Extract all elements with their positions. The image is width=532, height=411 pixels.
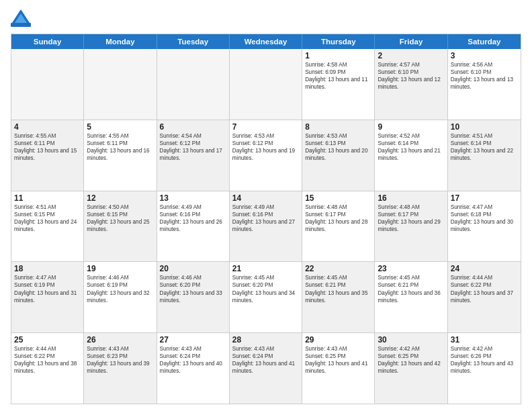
cell-info: Sunrise: 4:51 AM Sunset: 6:14 PM Dayligh… [451,132,518,162]
cell-info: Sunrise: 4:49 AM Sunset: 6:16 PM Dayligh… [232,203,299,233]
cell-info: Sunrise: 4:44 AM Sunset: 6:22 PM Dayligh… [451,274,518,304]
header-day-wednesday: Wednesday [230,34,302,49]
day-number: 24 [451,264,518,273]
calendar-cell-17: 17Sunrise: 4:47 AM Sunset: 6:18 PM Dayli… [448,191,521,262]
calendar-cell-16: 16Sunrise: 4:48 AM Sunset: 6:17 PM Dayli… [375,191,447,262]
header-day-monday: Monday [84,34,157,49]
cell-info: Sunrise: 4:43 AM Sunset: 6:24 PM Dayligh… [160,345,226,375]
cell-info: Sunrise: 4:48 AM Sunset: 6:17 PM Dayligh… [378,203,444,233]
calendar-row-2: 4Sunrise: 4:55 AM Sunset: 6:11 PM Daylig… [11,120,521,191]
cell-info: Sunrise: 4:45 AM Sunset: 6:20 PM Dayligh… [232,274,299,304]
calendar-cell-empty-0-0 [11,49,84,120]
cell-info: Sunrise: 4:43 AM Sunset: 6:25 PM Dayligh… [305,345,371,375]
header-day-friday: Friday [375,34,447,49]
cell-info: Sunrise: 4:47 AM Sunset: 6:18 PM Dayligh… [451,203,518,233]
calendar-cell-empty-0-2 [157,49,230,120]
day-number: 30 [378,335,444,345]
day-number: 27 [160,335,226,345]
calendar-cell-26: 26Sunrise: 4:43 AM Sunset: 6:23 PM Dayli… [84,333,157,404]
header-day-thursday: Thursday [302,34,375,49]
calendar-header: SundayMondayTuesdayWednesdayThursdayFrid… [11,34,521,49]
calendar-cell-4: 4Sunrise: 4:55 AM Sunset: 6:11 PM Daylig… [11,120,84,191]
day-number: 9 [378,122,444,132]
day-number: 23 [378,264,444,273]
calendar-cell-9: 9Sunrise: 4:52 AM Sunset: 6:14 PM Daylig… [375,120,447,191]
cell-info: Sunrise: 4:54 AM Sunset: 6:12 PM Dayligh… [160,132,226,162]
calendar-row-5: 25Sunrise: 4:44 AM Sunset: 6:22 PM Dayli… [11,332,521,404]
header [11,8,521,28]
day-number: 4 [14,122,81,132]
day-number: 18 [14,264,81,273]
cell-info: Sunrise: 4:47 AM Sunset: 6:19 PM Dayligh… [14,274,81,304]
day-number: 19 [87,264,153,273]
cell-info: Sunrise: 4:49 AM Sunset: 6:16 PM Dayligh… [160,203,226,233]
calendar-cell-23: 23Sunrise: 4:45 AM Sunset: 6:21 PM Dayli… [375,262,447,332]
logo-icon [11,8,31,28]
cell-info: Sunrise: 4:45 AM Sunset: 6:21 PM Dayligh… [305,274,371,304]
day-number: 16 [378,193,444,203]
day-number: 31 [451,335,518,345]
day-number: 12 [87,193,153,203]
calendar-cell-31: 31Sunrise: 4:42 AM Sunset: 6:26 PM Dayli… [448,333,521,404]
calendar-body: 1Sunrise: 4:58 AM Sunset: 6:09 PM Daylig… [11,49,521,404]
calendar-row-1: 1Sunrise: 4:58 AM Sunset: 6:09 PM Daylig… [11,49,521,120]
day-number: 10 [451,122,518,132]
day-number: 29 [305,335,371,345]
calendar-cell-30: 30Sunrise: 4:42 AM Sunset: 6:25 PM Dayli… [375,333,447,404]
day-number: 21 [232,264,299,273]
day-number: 14 [232,193,299,203]
day-number: 20 [160,264,226,273]
cell-info: Sunrise: 4:57 AM Sunset: 6:10 PM Dayligh… [378,61,444,91]
cell-info: Sunrise: 4:42 AM Sunset: 6:26 PM Dayligh… [451,345,518,375]
calendar-cell-19: 19Sunrise: 4:46 AM Sunset: 6:19 PM Dayli… [84,262,157,332]
day-number: 2 [378,51,444,60]
calendar-cell-8: 8Sunrise: 4:53 AM Sunset: 6:13 PM Daylig… [302,120,375,191]
day-number: 25 [14,335,81,345]
day-number: 3 [451,51,518,60]
calendar-cell-13: 13Sunrise: 4:49 AM Sunset: 6:16 PM Dayli… [157,191,230,262]
cell-info: Sunrise: 4:46 AM Sunset: 6:19 PM Dayligh… [87,274,153,304]
calendar-cell-3: 3Sunrise: 4:56 AM Sunset: 6:10 PM Daylig… [448,49,521,120]
cell-info: Sunrise: 4:42 AM Sunset: 6:25 PM Dayligh… [378,345,444,375]
cell-info: Sunrise: 4:51 AM Sunset: 6:15 PM Dayligh… [14,203,81,233]
cell-info: Sunrise: 4:50 AM Sunset: 6:15 PM Dayligh… [87,203,153,233]
calendar-cell-27: 27Sunrise: 4:43 AM Sunset: 6:24 PM Dayli… [157,333,230,404]
day-number: 7 [232,122,299,132]
header-day-saturday: Saturday [448,34,521,49]
calendar-cell-28: 28Sunrise: 4:43 AM Sunset: 6:24 PM Dayli… [230,333,302,404]
day-number: 17 [451,193,518,203]
day-number: 26 [87,335,153,345]
calendar-cell-1: 1Sunrise: 4:58 AM Sunset: 6:09 PM Daylig… [302,49,375,120]
calendar-cell-14: 14Sunrise: 4:49 AM Sunset: 6:16 PM Dayli… [230,191,302,262]
cell-info: Sunrise: 4:45 AM Sunset: 6:21 PM Dayligh… [378,274,444,304]
calendar-cell-22: 22Sunrise: 4:45 AM Sunset: 6:21 PM Dayli… [302,262,375,332]
calendar-cell-24: 24Sunrise: 4:44 AM Sunset: 6:22 PM Dayli… [448,262,521,332]
day-number: 8 [305,122,371,132]
page: SundayMondayTuesdayWednesdayThursdayFrid… [0,0,532,411]
calendar-cell-11: 11Sunrise: 4:51 AM Sunset: 6:15 PM Dayli… [11,191,84,262]
calendar-row-3: 11Sunrise: 4:51 AM Sunset: 6:15 PM Dayli… [11,191,521,262]
calendar-cell-empty-0-3 [230,49,302,120]
calendar-cell-21: 21Sunrise: 4:45 AM Sunset: 6:20 PM Dayli… [230,262,302,332]
calendar-row-4: 18Sunrise: 4:47 AM Sunset: 6:19 PM Dayli… [11,261,521,332]
header-day-tuesday: Tuesday [157,34,230,49]
header-day-sunday: Sunday [11,34,84,49]
day-number: 6 [160,122,226,132]
calendar-cell-2: 2Sunrise: 4:57 AM Sunset: 6:10 PM Daylig… [375,49,447,120]
day-number: 5 [87,122,153,132]
calendar-cell-25: 25Sunrise: 4:44 AM Sunset: 6:22 PM Dayli… [11,333,84,404]
day-number: 22 [305,264,371,273]
day-number: 15 [305,193,371,203]
day-number: 1 [305,51,371,60]
svg-rect-2 [11,23,31,27]
cell-info: Sunrise: 4:55 AM Sunset: 6:11 PM Dayligh… [14,132,81,162]
cell-info: Sunrise: 4:58 AM Sunset: 6:09 PM Dayligh… [305,61,371,91]
cell-info: Sunrise: 4:44 AM Sunset: 6:22 PM Dayligh… [14,345,81,375]
cell-info: Sunrise: 4:43 AM Sunset: 6:24 PM Dayligh… [232,345,299,375]
day-number: 13 [160,193,226,203]
calendar-cell-12: 12Sunrise: 4:50 AM Sunset: 6:15 PM Dayli… [84,191,157,262]
calendar-cell-29: 29Sunrise: 4:43 AM Sunset: 6:25 PM Dayli… [302,333,375,404]
cell-info: Sunrise: 4:53 AM Sunset: 6:13 PM Dayligh… [305,132,371,162]
calendar-cell-5: 5Sunrise: 4:55 AM Sunset: 6:11 PM Daylig… [84,120,157,191]
cell-info: Sunrise: 4:48 AM Sunset: 6:17 PM Dayligh… [305,203,371,233]
